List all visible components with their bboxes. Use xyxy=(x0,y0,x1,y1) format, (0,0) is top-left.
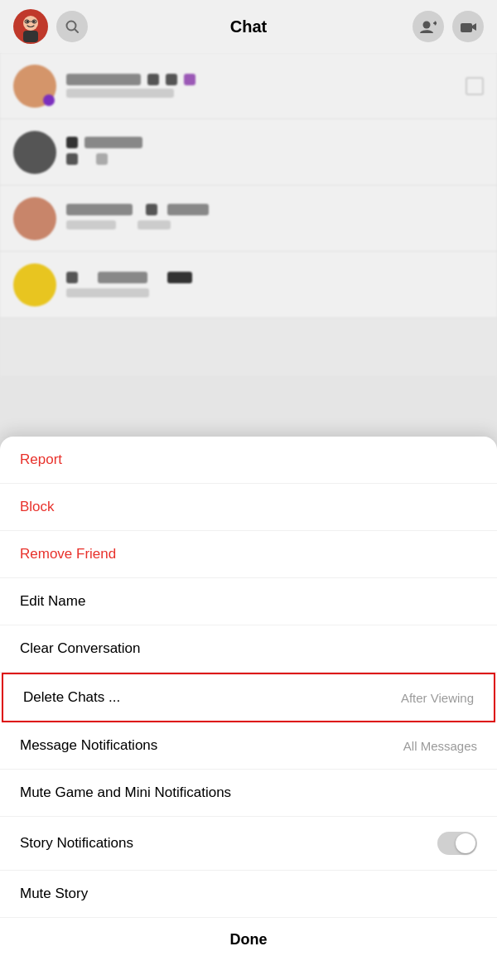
edit-name-menu-item[interactable]: Edit Name xyxy=(0,578,497,625)
done-section: Done xyxy=(0,918,497,955)
avatar xyxy=(13,263,56,307)
block-menu-item[interactable]: Block xyxy=(0,484,497,531)
list-item[interactable] xyxy=(0,53,497,119)
list-item[interactable] xyxy=(0,252,497,318)
svg-marker-14 xyxy=(472,23,476,31)
svg-line-9 xyxy=(75,29,78,32)
remove-friend-label: Remove Friend xyxy=(20,546,116,562)
block-label: Block xyxy=(20,499,55,515)
toggle-thumb xyxy=(456,833,475,853)
report-label: Report xyxy=(20,451,62,468)
svg-rect-2 xyxy=(23,31,38,42)
add-friend-button[interactable] xyxy=(413,11,444,42)
message-notifications-label: Message Notifications xyxy=(20,737,157,754)
svg-point-4 xyxy=(33,21,36,23)
message-notifications-menu-item[interactable]: Message Notifications All Messages xyxy=(0,722,497,770)
camera-button[interactable] xyxy=(452,11,484,42)
mute-story-label: Mute Story xyxy=(20,886,88,902)
message-icon xyxy=(466,77,484,95)
chat-info xyxy=(66,137,484,168)
page-title: Chat xyxy=(230,17,267,36)
list-item[interactable] xyxy=(0,119,497,186)
bottom-sheet: Report Block Remove Friend Edit Name Cle… xyxy=(0,437,497,980)
header-left xyxy=(13,9,88,44)
avatar xyxy=(13,65,56,108)
clear-conversation-label: Clear Conversation xyxy=(20,640,141,657)
delete-chats-menu-item[interactable]: Delete Chats ... After Viewing xyxy=(2,673,495,722)
chat-info xyxy=(66,204,484,233)
avatar xyxy=(13,131,56,174)
avatar xyxy=(13,197,56,240)
list-item[interactable] xyxy=(0,186,497,252)
report-menu-item[interactable]: Report xyxy=(0,437,497,484)
chat-info xyxy=(66,272,484,297)
chat-info xyxy=(66,74,456,98)
story-notifications-label: Story Notifications xyxy=(20,835,133,852)
edit-name-label: Edit Name xyxy=(20,593,85,610)
svg-point-3 xyxy=(27,21,29,23)
chat-list xyxy=(0,53,497,376)
status-dot xyxy=(43,94,55,106)
clear-conversation-menu-item[interactable]: Clear Conversation xyxy=(0,625,497,673)
story-notifications-toggle[interactable] xyxy=(437,832,477,855)
message-notifications-value: All Messages xyxy=(403,739,477,753)
delete-chats-value: After Viewing xyxy=(401,691,474,705)
mute-story-menu-item[interactable]: Mute Story xyxy=(0,871,497,918)
svg-point-10 xyxy=(423,22,431,29)
app-header: Chat xyxy=(0,0,497,53)
delete-chats-label: Delete Chats ... xyxy=(23,689,120,706)
header-right xyxy=(413,11,484,42)
mute-game-label: Mute Game and Mini Notifications xyxy=(20,784,231,801)
chat-right xyxy=(466,77,484,95)
remove-friend-menu-item[interactable]: Remove Friend xyxy=(0,531,497,578)
avatar[interactable] xyxy=(13,9,48,44)
done-button[interactable]: Done xyxy=(230,931,268,949)
svg-rect-13 xyxy=(461,23,472,32)
search-button[interactable] xyxy=(56,11,88,42)
story-notifications-menu-item[interactable]: Story Notifications xyxy=(0,817,497,871)
mute-game-menu-item[interactable]: Mute Game and Mini Notifications xyxy=(0,770,497,817)
